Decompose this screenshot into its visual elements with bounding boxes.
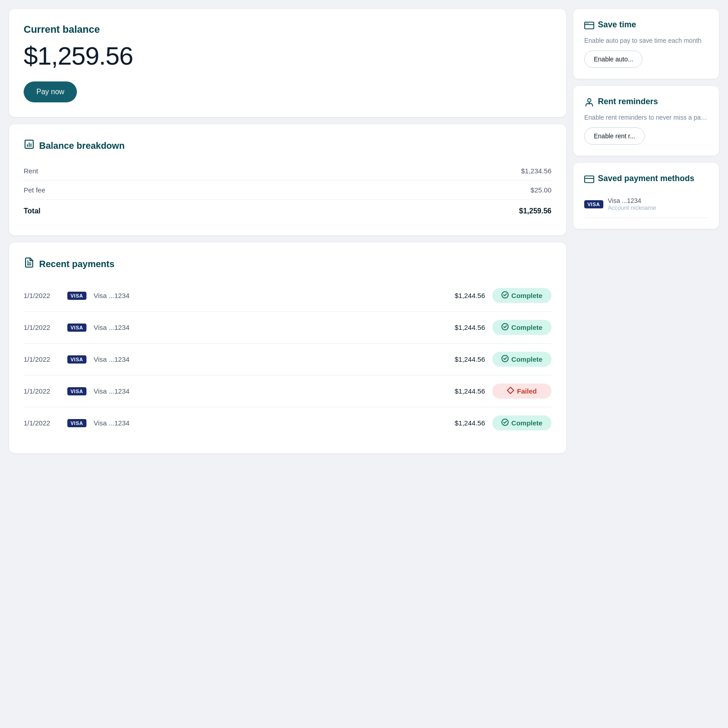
saved-payments-card: Saved payment methods VISA Visa ...1234 … — [573, 163, 719, 229]
svg-point-15 — [587, 99, 591, 102]
payment-card: Visa ...1234 — [94, 355, 437, 363]
payment-amount: $1,244.56 — [444, 292, 485, 299]
balance-breakdown-card: Balance breakdown Rent $1,234.56 Pet fee… — [9, 124, 566, 235]
breakdown-icon — [24, 139, 35, 152]
breakdown-row-pet: Pet fee $25.00 — [24, 181, 551, 200]
breakdown-item-label: Rent — [24, 162, 235, 181]
rent-reminder-icon — [584, 97, 594, 110]
rent-reminder-desc: Enable rent reminders to never miss a pa… — [584, 114, 708, 121]
visa-badge: VISA — [67, 419, 86, 427]
status-badge: Complete — [492, 352, 551, 367]
status-badge: Failed — [492, 384, 551, 399]
save-time-title: Save time — [598, 20, 636, 30]
enable-autopay-button[interactable]: Enable auto... — [584, 51, 642, 68]
failed-icon — [507, 387, 514, 395]
rent-reminder-title: Rent reminders — [598, 97, 658, 106]
rent-reminder-header: Rent reminders — [584, 97, 708, 110]
status-label: Failed — [517, 387, 536, 395]
payment-card: Visa ...1234 — [94, 419, 437, 427]
status-label: Complete — [511, 292, 542, 299]
visa-badge: VISA — [67, 292, 86, 300]
payment-amount: $1,244.56 — [444, 387, 485, 395]
payment-card: Visa ...1234 — [94, 292, 437, 299]
status-badge: Complete — [492, 320, 551, 335]
visa-badge: VISA — [67, 324, 86, 332]
complete-check-icon — [501, 419, 509, 427]
saved-payments-title: Saved payment methods — [598, 174, 694, 183]
payment-date: 1/1/2022 — [24, 419, 60, 427]
save-time-desc: Enable auto pay to save time each month — [584, 37, 708, 44]
current-balance-card: Current balance $1,259.56 Pay now — [9, 9, 566, 117]
payment-amount: $1,244.56 — [444, 324, 485, 331]
saved-card-name: Visa ...1234 — [608, 197, 656, 204]
balance-amount: $1,259.56 — [24, 41, 551, 71]
payment-row: 1/1/2022 VISA Visa ...1234 $1,244.56 Com… — [24, 407, 551, 439]
payment-date: 1/1/2022 — [24, 292, 60, 299]
payment-row: 1/1/2022 VISA Visa ...1234 $1,244.56 Com… — [24, 280, 551, 312]
save-time-icon — [584, 20, 594, 33]
breakdown-title: Balance breakdown — [39, 141, 125, 151]
payment-amount: $1,244.56 — [444, 355, 485, 363]
status-label: Complete — [511, 419, 542, 427]
complete-check-icon — [501, 355, 509, 364]
rent-reminder-card: Rent reminders Enable rent reminders to … — [573, 86, 719, 156]
recent-payments-card: Recent payments 1/1/2022 VISA Visa ...12… — [9, 243, 566, 453]
breakdown-item-amount: $1,234.56 — [235, 162, 551, 181]
balance-label: Current balance — [24, 24, 551, 35]
visa-badge: VISA — [67, 387, 86, 395]
payment-row: 1/1/2022 VISA Visa ...1234 $1,244.56 Com… — [24, 312, 551, 344]
visa-badge: VISA — [67, 355, 86, 364]
enable-reminder-button[interactable]: Enable rent r... — [584, 127, 645, 145]
saved-card-info: Visa ...1234 Account nickname — [608, 197, 656, 211]
complete-check-icon — [501, 323, 509, 332]
status-badge: Complete — [492, 415, 551, 430]
payment-date: 1/1/2022 — [24, 324, 60, 331]
saved-visa-badge: VISA — [584, 200, 603, 208]
breakdown-total-label: Total — [24, 200, 235, 221]
breakdown-item-label: Pet fee — [24, 181, 235, 200]
status-badge: Complete — [492, 288, 551, 303]
saved-payment-row: VISA Visa ...1234 Account nickname — [584, 191, 708, 218]
payment-row: 1/1/2022 VISA Visa ...1234 $1,244.56 Fai… — [24, 375, 551, 407]
payment-amount: $1,244.56 — [444, 419, 485, 427]
save-time-card: Save time Enable auto pay to save time e… — [573, 9, 719, 79]
payments-icon — [24, 257, 35, 271]
breakdown-table: Rent $1,234.56 Pet fee $25.00 Total $1,2… — [24, 162, 551, 221]
payment-row: 1/1/2022 VISA Visa ...1234 $1,244.56 Com… — [24, 344, 551, 375]
payment-date: 1/1/2022 — [24, 355, 60, 363]
breakdown-item-amount: $25.00 — [235, 181, 551, 200]
status-label: Complete — [511, 355, 542, 363]
complete-check-icon — [501, 291, 509, 300]
breakdown-total-row: Total $1,259.56 — [24, 200, 551, 221]
pay-now-button[interactable]: Pay now — [24, 81, 77, 102]
payment-card: Visa ...1234 — [94, 387, 437, 395]
breakdown-header: Balance breakdown — [24, 139, 551, 152]
svg-rect-17 — [585, 176, 594, 183]
payment-card: Visa ...1234 — [94, 324, 437, 331]
payment-date: 1/1/2022 — [24, 387, 60, 395]
saved-payments-icon — [584, 174, 594, 187]
breakdown-total-amount: $1,259.56 — [235, 200, 551, 221]
status-label: Complete — [511, 324, 542, 331]
saved-payments-header: Saved payment methods — [584, 174, 708, 187]
payments-title: Recent payments — [39, 259, 115, 269]
save-time-header: Save time — [584, 20, 708, 33]
saved-card-nickname: Account nickname — [608, 204, 656, 211]
breakdown-row-rent: Rent $1,234.56 — [24, 162, 551, 181]
payments-header: Recent payments — [24, 257, 551, 271]
